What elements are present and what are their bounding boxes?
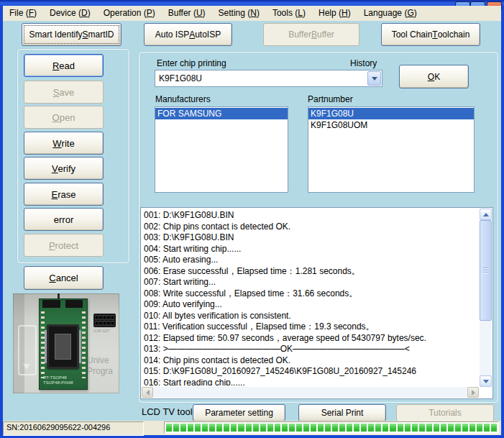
partnumber-item-k9f1g08u[interactable]: K9F1G08U (308, 108, 474, 119)
progress-segment (455, 424, 461, 432)
progress-segment (354, 424, 359, 432)
buffer-buffer-button[interactable]: Buffer Buffer (263, 23, 359, 46)
pcb-label: RT-TSOP48 TSOP48-PIN48 (43, 375, 73, 385)
progress-segment (477, 424, 482, 432)
progress-segment (195, 424, 201, 432)
progress-segment (491, 424, 497, 432)
progress-segment (282, 424, 288, 432)
menu-item-buffer[interactable]: Buffer (U) (162, 6, 212, 20)
pcb-connector (42, 300, 60, 308)
save-button[interactable]: Save (24, 81, 104, 104)
pin-hole (103, 321, 106, 326)
tool-chain-toolchain-button[interactable]: Tool Chain Toolchain (381, 23, 480, 46)
write-button[interactable]: Write (24, 132, 104, 155)
vertical-scroll-thumb[interactable] (480, 220, 492, 321)
progress-segment (231, 424, 237, 432)
progress-segment (419, 424, 425, 432)
socket-clip (45, 330, 47, 363)
pin-hole (99, 315, 103, 320)
read-button[interactable]: Read (24, 54, 104, 77)
ok-button[interactable]: OK (399, 65, 469, 88)
progress-segment (405, 424, 411, 432)
progress-segment (246, 424, 252, 432)
protect-button[interactable]: Protect (24, 234, 104, 257)
chip-printing-value: K9F1G08U (159, 73, 202, 83)
progress-segment (339, 424, 345, 432)
log-line: 013: >—————————————OK—————————————< (144, 344, 477, 355)
manufacturers-label: Manufacturers (155, 94, 211, 104)
chip-printing-label: Enter chip printing (157, 58, 226, 68)
progress-segment (253, 424, 259, 432)
log-line: 009: Auto verifying... (144, 299, 477, 311)
scroll-up-button[interactable] (480, 209, 492, 220)
partnumber-label: Partnumber (308, 94, 353, 104)
progress-segment (412, 424, 418, 432)
smart-identify-smartid-button[interactable]: Smart Identify SmartID (22, 23, 122, 46)
pin-hole (95, 321, 98, 326)
progress-segment (289, 424, 295, 432)
serial-number: SN:20160629095622-004296 (3, 421, 144, 436)
titlebar (0, 0, 504, 6)
progress-segment (347, 424, 352, 432)
log-line: 005: Auto erasing... (144, 255, 477, 266)
manufacturers-listbox[interactable]: FOR SAMSUNG (155, 106, 288, 193)
device-photo: RT-TSOP48 TSOP48-PIN48 ICSP EZT Unive Pr… (13, 293, 119, 393)
scroll-left-button[interactable] (142, 387, 153, 398)
progress-segment (260, 424, 266, 432)
pin-hole (111, 315, 114, 320)
log-line: 015: D:\K9F1G08U_20160927_145246\K9F1G08… (144, 366, 477, 378)
scroll-down-button[interactable] (480, 375, 492, 387)
log-line: 007: Start writing... (144, 277, 477, 288)
serial-print-button[interactable]: Serial Print (298, 404, 386, 421)
app-window: File (F)Device (D)Operation (P)Buffer (U… (0, 0, 504, 438)
menu-item-setting[interactable]: Setting (N) (212, 6, 266, 20)
log-line: 004: Start writing chip...... (144, 244, 477, 255)
log-line: 002: Chip pins contact is detected OK. (144, 222, 477, 233)
log-line: 008: Write successful，Elapsed time：31.66… (144, 288, 477, 300)
horizontal-scrollbar[interactable] (142, 387, 479, 398)
log-line: 012: Elapsed time: 50.97 seconds，average… (144, 333, 477, 345)
progress-segment (303, 424, 309, 432)
auto-isp-autoisp-button[interactable]: Auto ISP AutoISP (144, 23, 232, 46)
progress-segment (375, 424, 381, 432)
progress-segment (469, 424, 475, 432)
tutorials-button[interactable]: Tutorials (396, 404, 494, 421)
menu-item-tools[interactable]: Tools (L) (266, 6, 312, 20)
socket-clip (79, 330, 81, 363)
progress-bar (164, 421, 499, 434)
lcd-tv-tool-label: LCD TV tool (142, 406, 193, 417)
scroll-right-button[interactable] (467, 387, 479, 398)
cancel-button[interactable]: Cancel (24, 266, 104, 290)
error-button[interactable]: error (24, 208, 104, 231)
erase-button[interactable]: Erase (24, 183, 104, 206)
progress-segment (311, 424, 316, 432)
verify-button[interactable]: Verify (24, 157, 104, 180)
parameter-setting-button[interactable]: Parameter setting (193, 404, 285, 421)
statusbar: SN:20160629095622-004296 (3, 421, 501, 435)
menu-item-device[interactable]: Device (D) (43, 6, 97, 20)
menu-item-help[interactable]: Help (H) (312, 6, 357, 20)
progress-segment (166, 424, 172, 432)
menu-item-language[interactable]: Language (G) (357, 6, 423, 20)
partnumber-item-k9f1g08uom[interactable]: K9F1G08UOM (308, 119, 474, 131)
combo-dropdown-button[interactable] (367, 71, 381, 86)
chip-printing-combobox[interactable]: K9F1G08U (155, 70, 382, 87)
scroll-right-icon (472, 390, 475, 396)
partnumber-listbox[interactable]: K9F1G08UK9F1G08UOM (308, 106, 475, 193)
menu-item-operation[interactable]: Operation (P) (97, 6, 162, 20)
progress-segment (462, 424, 468, 432)
log-output[interactable]: 001: D:\K9F1G08U.BIN002: Chip pins conta… (140, 207, 493, 399)
progress-segment (448, 424, 454, 432)
log-line: 001: D:\K9F1G08U.BIN (144, 210, 477, 222)
chip-socket (47, 324, 79, 369)
open-button[interactable]: Open (24, 106, 104, 129)
menu-item-file[interactable]: File (F) (3, 6, 43, 20)
log-line: 016: Start reading chip...... (144, 378, 477, 386)
progress-segment (398, 424, 403, 432)
progress-segment (368, 424, 374, 432)
programmer-print: Unive Progra (87, 355, 113, 377)
progress-segment (426, 424, 432, 432)
manufacturer-item-for-samsung[interactable]: FOR SAMSUNG (155, 108, 288, 119)
vertical-scrollbar[interactable] (480, 209, 492, 387)
scroll-down-icon (483, 380, 489, 383)
